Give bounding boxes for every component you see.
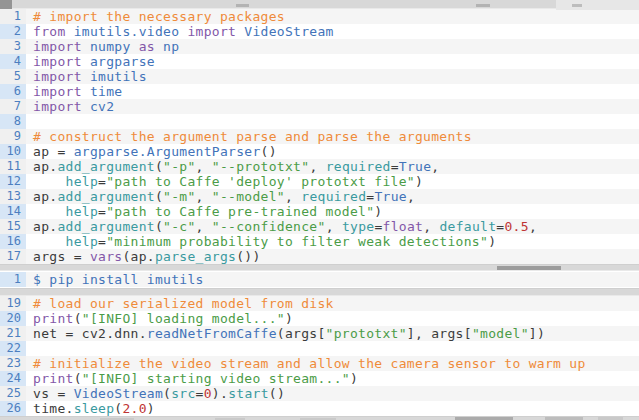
code-text: net = cv2.dnn.readNetFromCaffe(args["pro… [26,326,545,341]
line-number: 19 [0,296,26,311]
code-text: help="path to Caffe 'deploy' prototxt fi… [26,174,423,189]
code-line: 19# load our serialized model from disk [0,296,639,311]
line-number: 8 [0,114,26,129]
code-line: 13ap.add_argument("-m", "--model", requi… [0,189,639,204]
code-text: # import the necessary packages [26,9,285,24]
line-number: 15 [0,219,26,234]
code-text: import imutils [26,69,147,84]
code-block-load-model: 19# load our serialized model from disk2… [0,295,639,417]
code-line: 1$ pip install imutils [0,272,639,287]
code-line: 4import argparse [0,54,639,69]
code-text: from imutils.video import VideoStream [26,24,334,39]
code-line: 2from imutils.video import VideoStream [0,24,639,39]
code-line: 14 help="path to Caffe pre-trained model… [0,204,639,219]
line-number: 11 [0,159,26,174]
line-number: 6 [0,84,26,99]
line-number: 25 [0,386,26,401]
code-text: import cv2 [26,99,114,114]
code-text: print("[INFO] starting video stream...") [26,371,358,386]
code-editor-screenshot: 1# import the necessary packages2from im… [0,0,639,420]
code-text: import time [26,84,122,99]
code-block-pip-install: 1$ pip install imutils [0,270,639,289]
line-number: 1 [0,9,26,24]
line-number: 23 [0,356,26,371]
block-separator [0,265,639,270]
line-number: 10 [0,144,26,159]
line-number: 26 [0,401,26,416]
code-block-imports-and-args: 1# import the necessary packages2from im… [0,8,639,265]
code-line: 10ap = argparse.ArgumentParser() [0,144,639,159]
code-line: 23# initialize the video stream and allo… [0,356,639,371]
line-number: 13 [0,189,26,204]
code-text: import numpy as np [26,39,179,54]
code-line: 24print("[INFO] starting video stream...… [0,371,639,386]
horizontal-scrollbar-thumb[interactable] [497,266,561,270]
line-number: 2 [0,24,26,39]
line-number: 9 [0,129,26,144]
code-line: 25vs = VideoStream(src=0).start() [0,386,639,401]
code-text: ap = argparse.ArgumentParser() [26,144,277,159]
code-line: 17args = vars(ap.parse_args()) [0,249,639,264]
top-chrome-strip [0,0,639,8]
code-text: args = vars(ap.parse_args()) [26,249,261,264]
code-line: 7import cv2 [0,99,639,114]
code-line: 9# construct the argument parse and pars… [0,129,639,144]
code-text: ap.add_argument("-m", "--model", require… [26,189,415,204]
line-number: 1 [0,272,26,287]
code-text: # initialize the video stream and allow … [26,356,586,371]
code-text [26,341,33,356]
code-line: 11ap.add_argument("-p", "--prototxt", re… [0,159,639,174]
toolbar-fragment [236,4,249,7]
code-text: help="path to Caffe pre-trained model") [26,204,383,219]
line-number: 21 [0,326,26,341]
toolbar-fragment [572,4,582,7]
code-line: 16 help="minimum probability to filter w… [0,234,639,249]
code-line: 6import time [0,84,639,99]
line-number: 17 [0,249,26,264]
block-separator [0,289,639,295]
code-text: # load our serialized model from disk [26,296,334,311]
code-line: 12 help="path to Caffe 'deploy' prototxt… [0,174,639,189]
line-number: 4 [0,54,26,69]
code-line: 26time.sleep(2.0) [0,401,639,416]
line-number: 14 [0,204,26,219]
code-line: 8 [0,114,639,129]
line-number: 24 [0,371,26,386]
scrollbar-track-fragment[interactable] [556,0,639,10]
line-number: 12 [0,174,26,189]
code-text: ap.add_argument("-p", "--prototxt", requ… [26,159,439,174]
code-line: 20print("[INFO] loading model...") [0,311,639,326]
window-corner-fragment [0,0,12,9]
line-number: 16 [0,234,26,249]
line-number: 20 [0,311,26,326]
code-text: ap.add_argument("-c", "--confidence", ty… [26,219,537,234]
line-number: 3 [0,39,26,54]
code-line: 3import numpy as np [0,39,639,54]
code-text: # construct the argument parse and parse… [26,129,472,144]
line-number: 5 [0,69,26,84]
code-text: time.sleep(2.0) [26,401,155,416]
code-text: print("[INFO] loading model...") [26,311,293,326]
code-line: 5import imutils [0,69,639,84]
code-line: 21net = cv2.dnn.readNetFromCaffe(args["p… [0,326,639,341]
code-line: 15ap.add_argument("-c", "--confidence", … [0,219,639,234]
code-line: 22 [0,341,639,356]
code-text [26,114,33,129]
line-number: 22 [0,341,26,356]
code-text: $ pip install imutils [26,272,204,287]
code-text: help="minimum probability to filter weak… [26,234,496,249]
code-text: vs = VideoStream(src=0).start() [26,386,285,401]
line-number: 7 [0,99,26,114]
code-text: import argparse [26,54,155,69]
code-line: 1# import the necessary packages [0,9,639,24]
toolbar-fragment [476,4,490,7]
